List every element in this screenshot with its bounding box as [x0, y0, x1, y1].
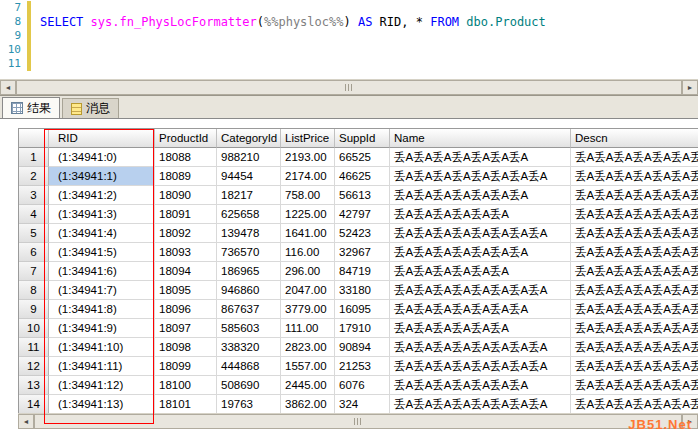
data-cell[interactable]: (1:34941:5) [49, 243, 155, 262]
data-cell[interactable]: 丢A丢A丢A丢A丢A丢A丢A丢A丢A丢A [571, 148, 698, 167]
row-number-cell[interactable]: 6 [19, 243, 49, 262]
data-cell[interactable]: 90894 [335, 338, 390, 357]
data-cell[interactable]: 6076 [335, 376, 390, 395]
row-number-cell[interactable]: 1 [19, 148, 49, 167]
data-cell[interactable]: 18088 [155, 148, 217, 167]
data-cell[interactable]: 丢A丢A丢A丢A丢A丢A丢A丢A [390, 357, 571, 376]
code-lines[interactable]: SELECT sys.fn_PhysLocFormatter(%%physloc… [40, 1, 698, 71]
data-cell[interactable]: 2047.00 [281, 281, 335, 300]
data-cell[interactable]: 1225.00 [281, 205, 335, 224]
data-cell[interactable]: 丢A丢A丢A丢A丢A丢A丢A [390, 300, 571, 319]
row-number-cell[interactable]: 4 [19, 205, 49, 224]
grid-corner-cell[interactable] [19, 129, 49, 148]
code-line[interactable] [40, 1, 698, 15]
data-cell[interactable]: 丢A丢A丢A丢A丢A丢A丢A [390, 376, 571, 395]
row-number-cell[interactable]: 9 [19, 300, 49, 319]
data-cell[interactable]: 丢A丢A丢A丢A丢A丢A丢A丢A丢A丢A [571, 281, 698, 300]
row-number-cell[interactable]: 3 [19, 186, 49, 205]
grid-scroll-left-button[interactable]: ◄ [18, 414, 34, 429]
data-cell[interactable]: 丢A丢A丢A丢A丢A丢A丢A丢A丢A丢A [571, 167, 698, 186]
grid-horizontal-scrollbar[interactable]: ◄ ► [18, 413, 698, 429]
data-cell[interactable]: 丢A丢A丢A丢A丢A丢A丢A丢A丢A丢A [571, 357, 698, 376]
data-cell[interactable]: 32967 [335, 243, 390, 262]
data-cell[interactable]: 1641.00 [281, 224, 335, 243]
data-cell[interactable]: 18098 [155, 338, 217, 357]
data-cell[interactable]: 丢A丢A丢A丢A丢A丢A丢A丢A丢A丢A [571, 338, 698, 357]
data-cell[interactable]: 988210 [217, 148, 281, 167]
data-cell[interactable]: 867637 [217, 300, 281, 319]
data-cell[interactable]: 18090 [155, 186, 217, 205]
data-cell[interactable]: (1:34941:1) [49, 167, 155, 186]
data-cell[interactable]: (1:34941:9) [49, 319, 155, 338]
data-cell[interactable]: 19763 [217, 395, 281, 414]
data-cell[interactable]: 18100 [155, 376, 217, 395]
data-cell[interactable]: 508690 [217, 376, 281, 395]
row-number-cell[interactable]: 10 [19, 319, 49, 338]
data-cell[interactable]: (1:34941:13) [49, 395, 155, 414]
data-cell[interactable]: 111.00 [281, 319, 335, 338]
data-cell[interactable]: 丢A丢A丢A丢A丢A丢A丢A [390, 186, 571, 205]
data-cell[interactable]: 丢A丢A丢A丢A丢A丢A丢A [390, 148, 571, 167]
data-cell[interactable]: 1557.00 [281, 357, 335, 376]
data-cell[interactable]: (1:34941:12) [49, 376, 155, 395]
editor-scroll-right-button[interactable]: ► [682, 80, 698, 95]
data-cell[interactable]: 丢A丢A丢A丢A丢A丢A丢A丢A [390, 167, 571, 186]
data-cell[interactable]: 18093 [155, 243, 217, 262]
data-cell[interactable]: 625658 [217, 205, 281, 224]
data-cell[interactable]: 丢A丢A丢A丢A丢A丢A [390, 319, 571, 338]
data-cell[interactable]: 3862.00 [281, 395, 335, 414]
column-header-productid[interactable]: ProductId [155, 129, 217, 148]
data-cell[interactable]: 18097 [155, 319, 217, 338]
data-cell[interactable]: 2823.00 [281, 338, 335, 357]
column-header-listprice[interactable]: ListPrice [281, 129, 335, 148]
data-cell[interactable]: 66525 [335, 148, 390, 167]
data-cell[interactable]: 33180 [335, 281, 390, 300]
row-number-cell[interactable]: 2 [19, 167, 49, 186]
editor-horizontal-scrollbar[interactable]: ◄ ► [0, 79, 698, 95]
data-cell[interactable]: 丢A丢A丢A丢A丢A丢A丢A丢A丢A丢A [571, 300, 698, 319]
column-header-name[interactable]: Name [390, 129, 571, 148]
data-cell[interactable]: 18101 [155, 395, 217, 414]
data-cell[interactable]: (1:34941:7) [49, 281, 155, 300]
row-number-cell[interactable]: 13 [19, 376, 49, 395]
data-cell[interactable]: 296.00 [281, 262, 335, 281]
data-cell[interactable]: 84719 [335, 262, 390, 281]
data-cell[interactable]: 444868 [217, 357, 281, 376]
code-line[interactable] [40, 43, 698, 57]
data-cell[interactable]: (1:34941:10) [49, 338, 155, 357]
editor-scrollbar-thumb[interactable] [16, 80, 682, 95]
code-line[interactable] [40, 57, 698, 71]
data-cell[interactable]: 18094 [155, 262, 217, 281]
data-cell[interactable]: 2445.00 [281, 376, 335, 395]
data-cell[interactable]: 18095 [155, 281, 217, 300]
column-header-descn[interactable]: Descn [571, 129, 698, 148]
code-line[interactable] [40, 29, 698, 43]
data-cell[interactable]: 2174.00 [281, 167, 335, 186]
data-cell[interactable]: (1:34941:6) [49, 262, 155, 281]
data-cell[interactable]: 94454 [217, 167, 281, 186]
data-cell[interactable]: 18099 [155, 357, 217, 376]
data-cell[interactable]: 585603 [217, 319, 281, 338]
data-cell[interactable]: 18091 [155, 205, 217, 224]
data-cell[interactable]: 丢A丢A丢A丢A丢A丢A丢A [390, 243, 571, 262]
data-cell[interactable]: 丢A丢A丢A丢A丢A丢A丢A丢A [390, 395, 571, 414]
editor-scroll-left-button[interactable]: ◄ [0, 80, 16, 95]
data-cell[interactable]: 338320 [217, 338, 281, 357]
data-cell[interactable]: 17910 [335, 319, 390, 338]
tab-results[interactable]: 结果 [2, 97, 60, 118]
column-header-suppid[interactable]: SuppId [335, 129, 390, 148]
data-cell[interactable]: 18096 [155, 300, 217, 319]
data-cell[interactable]: 3779.00 [281, 300, 335, 319]
sql-editor[interactable]: 7891011 SELECT sys.fn_PhysLocFormatter(%… [0, 0, 698, 79]
row-number-cell[interactable]: 12 [19, 357, 49, 376]
data-cell[interactable]: 丢A丢A丢A丢A丢A丢A丢A丢A [390, 281, 571, 300]
row-number-cell[interactable]: 5 [19, 224, 49, 243]
data-cell[interactable]: 946860 [217, 281, 281, 300]
row-number-cell[interactable]: 14 [19, 395, 49, 414]
row-number-cell[interactable]: 11 [19, 338, 49, 357]
data-cell[interactable]: 18217 [217, 186, 281, 205]
line-number-gutter[interactable]: 7891011 [0, 1, 24, 71]
data-cell[interactable]: 139478 [217, 224, 281, 243]
data-cell[interactable]: 丢A丢A丢A丢A丢A丢A丢A丢A丢A丢A [571, 224, 698, 243]
column-header-categoryid[interactable]: CategoryId [217, 129, 281, 148]
